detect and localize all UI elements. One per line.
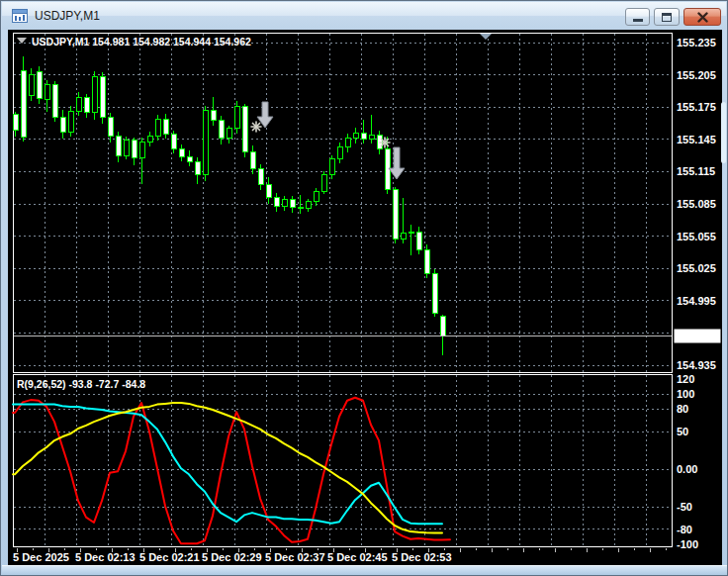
main-chart-frame xyxy=(14,34,673,373)
window-title: USDJPY,M1 xyxy=(35,9,100,23)
indicator-frame xyxy=(14,375,673,547)
price-tick-label: 155.205 xyxy=(677,69,716,81)
indicator-label: R(9,26,52) -93.8 -72.7 -84.8 xyxy=(17,378,145,390)
candle xyxy=(179,149,184,157)
candle xyxy=(84,97,89,112)
price-tick-label: 155.025 xyxy=(677,262,716,274)
candle xyxy=(195,162,200,175)
candle xyxy=(242,106,247,152)
candle xyxy=(250,152,255,168)
candle xyxy=(155,119,160,136)
time-label: 5 Dec 02:29 xyxy=(202,551,262,563)
price-tick-label: 155.175 xyxy=(677,101,716,113)
candle xyxy=(314,191,318,202)
time-label: 5 Dec 02:37 xyxy=(265,551,325,563)
minimize-button[interactable] xyxy=(625,8,650,26)
candle xyxy=(219,120,224,138)
candle xyxy=(353,133,358,138)
indicator-line-r9 xyxy=(13,398,450,543)
candle xyxy=(282,200,287,207)
close-icon xyxy=(697,12,708,23)
indicator-tick-label: 80 xyxy=(677,403,688,415)
price-tick-label: 155.085 xyxy=(677,198,716,210)
indicator-line-r26 xyxy=(13,405,442,525)
candle xyxy=(266,184,271,197)
candle xyxy=(163,119,168,134)
candle xyxy=(234,106,239,129)
restore-icon xyxy=(662,13,672,22)
candle xyxy=(416,232,421,249)
indicator-grid xyxy=(14,375,672,546)
price-axis: 155.235155.205155.175155.145155.115155.0… xyxy=(677,37,716,371)
candle xyxy=(139,142,144,157)
candle xyxy=(92,77,97,113)
candle xyxy=(306,202,311,209)
candle xyxy=(440,316,445,336)
candle xyxy=(321,175,326,191)
candles-layer xyxy=(13,56,445,355)
time-axis: 5 Dec 20255 Dec 02:135 Dec 02:215 Dec 02… xyxy=(13,551,452,563)
price-tick-label: 155.145 xyxy=(677,134,716,145)
scrollbar-thumb[interactable] xyxy=(721,102,726,163)
window-bottom-border xyxy=(2,565,728,576)
candle xyxy=(147,137,152,142)
candle xyxy=(393,190,398,240)
candle xyxy=(52,84,57,117)
candle xyxy=(68,112,73,133)
candle xyxy=(401,233,406,240)
restore-button[interactable] xyxy=(654,8,680,26)
candle xyxy=(45,84,49,99)
indicator-tick-label: 100 xyxy=(677,388,694,400)
candle xyxy=(274,198,279,207)
candle xyxy=(290,200,295,208)
candle xyxy=(432,274,437,314)
indicator-tick-label: -100 xyxy=(677,538,698,550)
chart-header-ohlc: USDJPY,M1 154.981 154.982 154.944 154.96… xyxy=(32,36,251,48)
candle xyxy=(100,77,105,117)
time-label: 5 Dec 02:45 xyxy=(327,551,388,563)
candle xyxy=(187,156,192,161)
candle xyxy=(329,158,334,174)
candle xyxy=(171,134,176,148)
time-label: 5 Dec 02:53 xyxy=(392,551,452,563)
minimize-icon xyxy=(633,19,643,22)
candle xyxy=(13,115,18,130)
candle xyxy=(108,117,113,137)
main-chart-grid xyxy=(14,34,672,372)
candle xyxy=(298,207,303,209)
candle xyxy=(76,97,81,111)
markers-layer xyxy=(251,34,492,179)
indicator-tick-label: 120 xyxy=(677,373,694,385)
indicator-line-r52 xyxy=(13,403,442,532)
price-tick-label: 155.115 xyxy=(677,165,715,177)
price-tick-label: 154.995 xyxy=(677,295,716,307)
candle xyxy=(37,71,42,98)
time-label: 5 Dec 02:21 xyxy=(139,551,200,563)
sell-arrow-icon[interactable] xyxy=(389,147,405,179)
candle xyxy=(424,250,429,274)
chart-app-icon xyxy=(12,8,28,24)
candle xyxy=(21,70,26,137)
candle xyxy=(211,110,216,120)
price-tick-label: 154.935 xyxy=(677,359,716,371)
indicator-tick-label: -50 xyxy=(677,501,692,513)
candle xyxy=(116,137,121,156)
candle xyxy=(60,117,65,132)
current-price-value: 154.962 xyxy=(678,331,717,342)
candle xyxy=(227,129,231,139)
candle xyxy=(409,232,413,234)
close-button[interactable] xyxy=(683,8,721,26)
time-label: 5 Dec 2025 xyxy=(13,551,69,563)
price-tick-label: 155.055 xyxy=(677,231,716,242)
candle xyxy=(29,75,34,96)
candle xyxy=(385,149,390,190)
candle xyxy=(345,139,350,147)
candle xyxy=(258,168,263,184)
titlebar[interactable]: USDJPY,M1 xyxy=(2,2,726,30)
candle xyxy=(203,110,208,174)
chart-canvas[interactable]: 155.235155.205155.175155.145155.115155.0… xyxy=(8,30,722,565)
indicator-axis: 12010080500.00-50-80-100 xyxy=(677,373,698,550)
time-label: 5 Dec 02:13 xyxy=(75,551,136,563)
indicator-lines-layer xyxy=(13,398,450,543)
candle xyxy=(361,133,366,140)
